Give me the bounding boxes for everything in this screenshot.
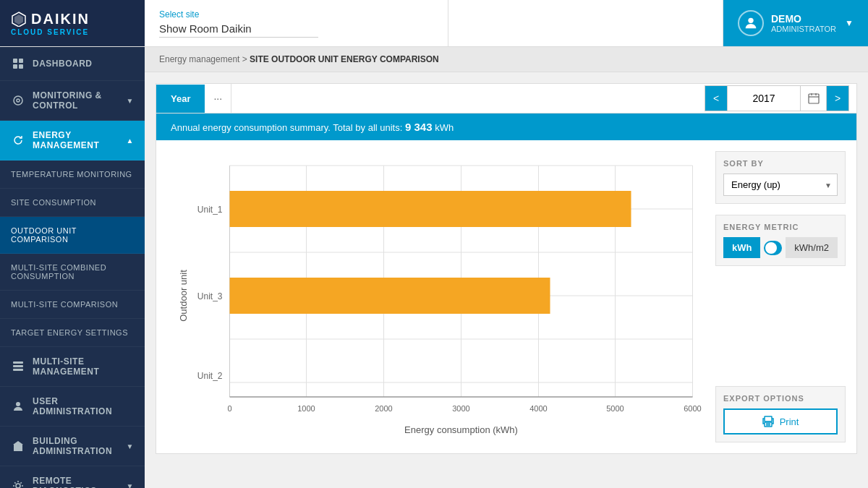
sidebar-item-outdoor-comparison[interactable]: OUTDOOR UNIT COMPARISON: [0, 217, 145, 254]
svg-rect-47: [765, 422, 772, 427]
sidebar-item-dashboard-label: DASHBOARD: [33, 59, 93, 69]
app-header: DAIKIN CLOUD SERVICE Select site Show Ro…: [0, 0, 868, 47]
sidebar-item-building-admin[interactable]: BUILDING ADMINISTRATION ▼: [0, 427, 145, 466]
energy-refresh-icon: [12, 134, 24, 146]
svg-text:3000: 3000: [452, 404, 469, 413]
metric-label: ENERGY METRIC: [723, 223, 838, 231]
svg-text:2000: 2000: [375, 404, 392, 413]
svg-point-12: [16, 402, 20, 406]
panel-header: Year ··· < >: [156, 84, 856, 114]
breadcrumb-current: SITE OUTDOOR UNIT ENERGY COMPARISON: [250, 54, 439, 64]
monitoring-arrow-icon: ▼: [127, 97, 134, 105]
sidebar-item-temp-label: TEMPERATURE MONITORING: [11, 170, 132, 179]
summary-text: Annual energy consumption summary. Total…: [171, 122, 405, 133]
year-nav: < >: [705, 85, 849, 111]
chart-area: Unit_1 Unit_3 Unit_2 0 1000 2000 3000 40…: [167, 151, 705, 442]
sidebar-item-remote-label: REMOTE DIAGNOSTICS: [33, 476, 119, 488]
svg-point-7: [14, 96, 22, 105]
sidebar-item-multi-combined[interactable]: MULTI-SITE COMBINED CONSUMPTION: [0, 254, 145, 291]
sidebar-item-multi-mgmt-label: MULTI-SITE MANAGEMENT: [33, 356, 134, 377]
user-icon: [12, 401, 24, 412]
metric-toggle: kWh kWh/m2: [723, 237, 838, 258]
svg-rect-16: [809, 94, 819, 103]
breadcrumb-parent: Energy management: [159, 54, 239, 64]
dashboard-icon: [11, 56, 25, 71]
svg-marker-14: [13, 441, 23, 445]
logo: DAIKIN CLOUD SERVICE: [11, 11, 90, 36]
year-next-btn[interactable]: >: [826, 85, 849, 111]
print-button[interactable]: Print: [723, 408, 838, 435]
svg-rect-46: [765, 416, 772, 421]
svg-rect-5: [13, 64, 17, 69]
sidebar-item-energy[interactable]: ENERGY MANAGEMENT ▲: [0, 121, 145, 160]
svg-text:1000: 1000: [297, 404, 315, 413]
svg-rect-6: [19, 64, 23, 69]
sidebar-item-multi-comparison[interactable]: MULTI-SITE COMPARISON: [0, 291, 145, 319]
remote-diag-icon: [11, 479, 25, 488]
side-controls: SORT BY Energy (up) Energy (down) Name (…: [715, 151, 846, 442]
summary-unit: kWh: [433, 122, 454, 133]
svg-text:Outdoor unit: Outdoor unit: [178, 270, 189, 322]
metric-kwh-btn[interactable]: kWh: [723, 237, 760, 258]
sidebar-item-multi-combined-label: MULTI-SITE COMBINED CONSUMPTION: [11, 263, 134, 281]
svg-rect-10: [13, 365, 23, 367]
main-panel: Year ··· < >: [156, 83, 857, 454]
site-name[interactable]: Show Room Daikin: [159, 22, 318, 38]
site-select-area: Select site Show Room Daikin: [145, 0, 448, 46]
multi-site-icon: [11, 359, 25, 374]
metric-kwh-m2-btn[interactable]: kWh/m2: [786, 237, 838, 258]
user-dropdown-icon[interactable]: ▼: [845, 18, 854, 28]
sidebar-item-monitoring[interactable]: MONITORING & CONTROL ▼: [0, 81, 145, 121]
select-site-label: Select site: [159, 9, 433, 20]
sort-section: SORT BY Energy (up) Energy (down) Name (…: [715, 151, 846, 204]
svg-text:Unit_2: Unit_2: [197, 371, 223, 381]
sidebar-item-site-consumption[interactable]: SITE CONSUMPTION: [0, 189, 145, 217]
building-admin-icon: [12, 440, 24, 452]
logo-daikin-text: DAIKIN: [31, 11, 90, 27]
svg-point-2: [748, 18, 753, 23]
energy-arrow-icon: ▲: [127, 137, 134, 145]
calendar-svg-icon: [808, 93, 820, 104]
svg-rect-3: [13, 59, 17, 63]
svg-rect-4: [19, 59, 23, 63]
remote-arrow-icon: ▼: [127, 482, 134, 489]
sidebar-item-dashboard[interactable]: DASHBOARD: [0, 47, 145, 81]
svg-text:Energy consumption (kWh): Energy consumption (kWh): [404, 424, 518, 435]
svg-text:Unit_3: Unit_3: [197, 291, 223, 301]
sort-select[interactable]: Energy (up) Energy (down) Name (A-Z) Nam…: [723, 174, 838, 196]
daikin-logo-icon: [11, 11, 27, 27]
grid-icon: [12, 361, 24, 372]
monitoring-circle-icon: [12, 95, 24, 106]
content-area: Energy management > SITE OUTDOOR UNIT EN…: [145, 47, 868, 488]
bar-unit1: [230, 191, 631, 227]
breadcrumb: Energy management > SITE OUTDOOR UNIT EN…: [145, 47, 868, 72]
tab-year[interactable]: Year: [156, 85, 205, 113]
building-arrow-icon: ▼: [127, 442, 134, 450]
energy-icon: [11, 133, 25, 147]
sidebar-item-target-energy[interactable]: TARGET ENERGY SETTINGS: [0, 319, 145, 347]
metric-section: ENERGY METRIC kWh kWh/m2: [715, 215, 846, 266]
avatar: [738, 10, 764, 36]
sidebar-item-user-admin[interactable]: USER ADMINISTRATION: [0, 387, 145, 427]
sidebar-item-multi-comparison-label: MULTI-SITE COMPARISON: [11, 300, 118, 309]
year-prev-btn[interactable]: <: [705, 85, 728, 111]
calendar-icon[interactable]: [800, 85, 826, 111]
user-area[interactable]: DEMO ADMINISTRATOR ▼: [723, 0, 868, 46]
sort-select-wrap: Energy (up) Energy (down) Name (A-Z) Nam…: [723, 174, 838, 196]
sidebar-item-temp-monitoring[interactable]: TEMPERATURE MONITORING: [0, 160, 145, 189]
metric-toggle-switch[interactable]: [764, 241, 782, 255]
tab-more-btn[interactable]: ···: [205, 84, 231, 113]
svg-text:4000: 4000: [529, 404, 547, 413]
logo-subtitle: CLOUD SERVICE: [11, 28, 90, 36]
sidebar-item-multi-site-mgmt[interactable]: MULTI-SITE MANAGEMENT: [0, 347, 145, 387]
year-input[interactable]: [728, 85, 800, 111]
user-role: ADMINISTRATOR: [771, 25, 836, 33]
sidebar-item-target-label: TARGET ENERGY SETTINGS: [11, 328, 128, 337]
svg-rect-9: [13, 361, 23, 364]
main-layout: DASHBOARD MONITORING & CONTROL ▼ ENERGY …: [0, 47, 868, 488]
sidebar-item-energy-label: ENERGY MANAGEMENT: [33, 130, 119, 150]
bar-unit3: [230, 278, 550, 314]
export-section: EXPORT OPTIONS Print: [715, 386, 846, 442]
user-avatar-icon: [743, 15, 759, 31]
sidebar-item-remote-diag[interactable]: REMOTE DIAGNOSTICS ▼: [0, 466, 145, 488]
